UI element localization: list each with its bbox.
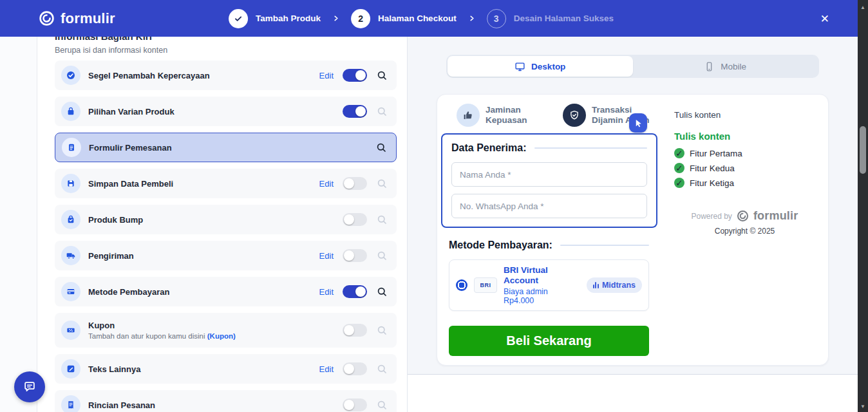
list-item-kupon[interactable]: Kupon Tambah dan atur kupon kamu disini … — [55, 313, 397, 348]
step-check-circle — [229, 9, 248, 28]
toggle[interactable] — [343, 249, 367, 262]
tab-mobile[interactable]: Mobile — [633, 56, 818, 77]
step-number: 3 — [487, 9, 506, 28]
kupon-sub-text: Tambah dan atur kupon kamu disini — [88, 332, 205, 340]
drag-pointer-handle[interactable] — [629, 113, 647, 133]
toggle[interactable] — [343, 362, 367, 375]
list-item-label: Kupon — [88, 321, 343, 330]
app-window: formulir Tambah Produk 2 Halaman Checkou… — [0, 0, 868, 412]
list-item-formulir-pemesanan[interactable]: Formulir Pemesanan — [55, 133, 397, 162]
buy-now-button[interactable]: Beli Sekarang — [449, 326, 649, 356]
vertical-scrollbar[interactable]: ▲ ▼ — [858, 0, 868, 412]
payment-option-note: Biaya admin Rp4.000 — [504, 287, 580, 305]
edit-link[interactable]: Edit — [319, 179, 334, 189]
list-item-sublabel: Tambah dan atur kupon kamu disini (Kupon… — [88, 332, 343, 341]
toggle[interactable] — [343, 213, 367, 226]
thumbs-up-icon — [457, 104, 480, 127]
formulir-logo-icon — [39, 10, 55, 26]
close-icon[interactable]: ✕ — [820, 13, 829, 24]
feature-label: Fitur Pertama — [690, 149, 742, 158]
content-heading: Tulis konten — [674, 131, 815, 142]
list-item-segel-penambah-kepercayaan[interactable]: Segel Penambah Kepercayaan Edit — [55, 61, 397, 90]
feature-item: ✓ Fitur Pertama — [674, 148, 815, 158]
shield-check-icon — [563, 104, 586, 127]
bag-check-icon — [61, 210, 80, 229]
edit-link[interactable]: Edit — [319, 287, 334, 297]
toggle[interactable] — [343, 324, 367, 337]
edit-link[interactable]: Edit — [319, 364, 334, 374]
toggle[interactable] — [343, 177, 367, 190]
toggle[interactable] — [343, 398, 367, 411]
wizard-steps: Tambah Produk 2 Halaman Checkout 3 Desai… — [229, 9, 614, 28]
checkout-preview-card: Jaminan Kepuasan Transaksi Dijamin Aman — [437, 94, 829, 366]
whatsapp-field[interactable] — [451, 194, 647, 218]
panel-subtitle: Berupa isi dan informasi konten — [55, 45, 397, 55]
payment-heading: Metode Pembayaran: — [449, 239, 649, 251]
pencil-square-icon — [61, 359, 80, 379]
toggle[interactable] — [343, 105, 367, 118]
step-desain-halaman-sukses[interactable]: 3 Desain Halaman Sukses — [487, 9, 614, 28]
list-item-pilihan-varian-produk[interactable]: Pilihan Varian Produk — [55, 97, 397, 126]
step-label: Halaman Checkout — [378, 14, 457, 23]
list-item-teks-lainnya[interactable]: Teks Lainnya Edit — [55, 354, 397, 384]
scrollbar-thumb[interactable] — [860, 126, 866, 174]
scroll-up-arrow-icon[interactable]: ▲ — [858, 3, 868, 12]
canvas-blank-area — [408, 375, 858, 412]
chat-support-button[interactable] — [14, 371, 45, 402]
list-item-pengiriman[interactable]: Pengiriman Edit — [55, 241, 397, 270]
cursor-icon — [634, 118, 643, 128]
save-disk-icon — [61, 174, 80, 193]
check-icon — [234, 14, 243, 23]
bri-logo: BRI — [474, 277, 497, 293]
step-label: Desain Halaman Sukses — [514, 14, 614, 23]
search-icon[interactable] — [376, 324, 388, 336]
payment-option-bri-va[interactable]: BRI BRI Virtual Account Biaya admin Rp4.… — [449, 259, 649, 311]
feature-item: ✓ Fitur Ketiga — [674, 178, 815, 188]
name-field[interactable] — [451, 162, 647, 187]
kupon-link[interactable]: (Kupon) — [207, 332, 236, 340]
search-icon[interactable] — [375, 142, 387, 153]
search-icon[interactable] — [376, 286, 388, 297]
list-item-simpan-data-pembeli[interactable]: Simpan Data Pembeli Edit — [55, 169, 397, 198]
list-item-produk-bump[interactable]: Produk Bump — [55, 205, 397, 234]
list-item-label: Pengiriman — [88, 251, 319, 261]
tab-label: Mobile — [721, 62, 746, 71]
chevron-right-icon — [468, 15, 475, 22]
list-item-rincian-pesanan[interactable]: Rincian Pesanan — [55, 390, 397, 412]
search-icon[interactable] — [376, 250, 388, 261]
edit-link[interactable]: Edit — [319, 71, 334, 80]
list-item-metode-pembayaran[interactable]: Metode Pembayaran Edit — [55, 277, 397, 306]
list-item-label: Rincian Pesanan — [88, 400, 343, 410]
list-item-label: Metode Pembayaran — [88, 287, 319, 297]
formulir-logo-icon — [737, 210, 749, 222]
toggle[interactable] — [343, 285, 367, 298]
tab-desktop[interactable]: Desktop — [448, 56, 633, 77]
left-gutter — [0, 37, 37, 412]
search-icon[interactable] — [376, 363, 388, 375]
search-icon[interactable] — [376, 106, 388, 117]
chevron-right-icon — [332, 15, 339, 22]
radio-selected[interactable] — [456, 279, 467, 291]
check-circle-icon: ✓ — [674, 148, 684, 158]
edit-link[interactable]: Edit — [319, 251, 334, 261]
copyright-text: Copyright © 2025 — [674, 227, 815, 236]
step-label: Tambah Produk — [256, 14, 321, 23]
midtrans-badge: Midtrans — [587, 277, 642, 293]
step-tambah-produk[interactable]: Tambah Produk — [229, 9, 321, 28]
list-item-label: Simpan Data Pembeli — [88, 179, 319, 189]
receipt-icon — [61, 395, 80, 412]
scroll-down-arrow-icon[interactable]: ▼ — [858, 402, 868, 411]
credit-card-icon — [61, 282, 80, 301]
search-icon[interactable] — [376, 214, 388, 225]
payment-option-name: BRI Virtual Account — [504, 265, 580, 286]
search-icon[interactable] — [376, 70, 388, 81]
toggle[interactable] — [343, 69, 367, 82]
divider-line — [534, 147, 648, 149]
search-icon[interactable] — [376, 399, 388, 411]
form-document-icon — [62, 138, 81, 157]
divider-line — [560, 245, 649, 246]
powered-by: Powered by formulir — [674, 209, 815, 223]
step-halaman-checkout[interactable]: 2 Halaman Checkout — [351, 9, 457, 28]
search-icon[interactable] — [376, 178, 388, 189]
section-settings-panel: Informasi Bagian Kiri Berupa isi dan inf… — [37, 37, 408, 412]
